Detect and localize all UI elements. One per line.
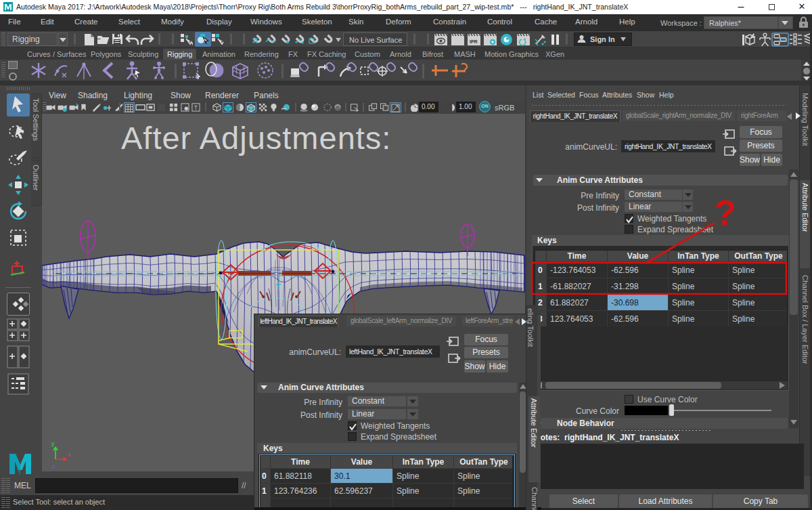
svg-text:T: T — [194, 104, 198, 111]
svg-text:x: x — [68, 451, 71, 458]
svg-text:y: y — [51, 440, 55, 447]
svg-text:IPR: IPR — [470, 39, 478, 44]
svg-text:z: z — [52, 463, 55, 470]
